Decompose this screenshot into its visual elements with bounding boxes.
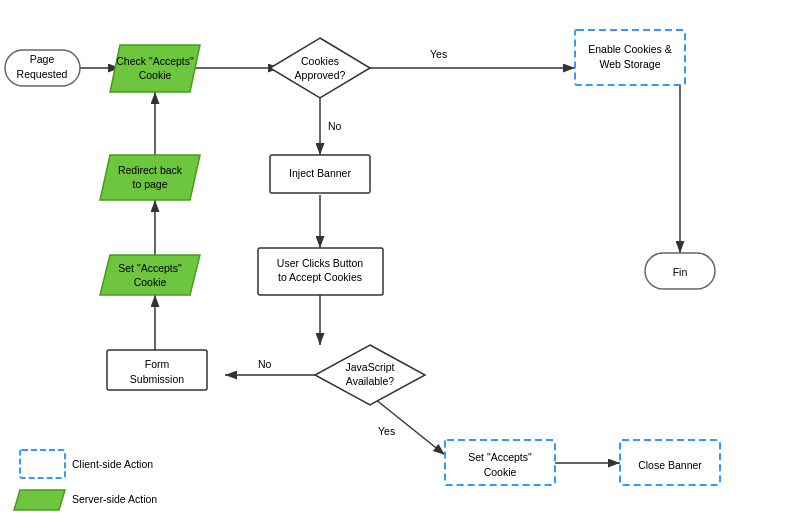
svg-text:Set "Accepts": Set "Accepts" — [468, 451, 532, 463]
svg-text:Requested: Requested — [17, 68, 68, 80]
svg-text:No: No — [328, 120, 342, 132]
svg-text:Available?: Available? — [346, 375, 394, 387]
legend: Client-side Action Server-side Action — [14, 450, 157, 510]
svg-text:Check "Accepts": Check "Accepts" — [116, 55, 194, 67]
legend-client-label: Client-side Action — [72, 458, 153, 470]
svg-text:Cookie: Cookie — [484, 466, 517, 478]
node-fin: Fin — [645, 253, 715, 289]
svg-text:JavaScript: JavaScript — [345, 361, 394, 373]
node-page-requested: Page Requested — [5, 50, 80, 86]
svg-text:Cookies: Cookies — [301, 55, 339, 67]
svg-marker-56 — [14, 490, 65, 510]
svg-text:User Clicks Button: User Clicks Button — [277, 257, 364, 269]
svg-text:Web Storage: Web Storage — [599, 58, 660, 70]
svg-text:Redirect back: Redirect back — [118, 164, 183, 176]
svg-text:Yes: Yes — [430, 48, 447, 60]
node-enable-cookies: Enable Cookies & Web Storage — [575, 30, 685, 85]
node-close-banner: Close Banner — [620, 440, 720, 485]
legend-server-label: Server-side Action — [72, 493, 157, 505]
node-check-accepts: Check "Accepts" Cookie — [110, 45, 200, 92]
svg-text:Inject Banner: Inject Banner — [289, 167, 351, 179]
svg-text:Approved?: Approved? — [295, 69, 346, 81]
svg-text:Enable Cookies &: Enable Cookies & — [588, 43, 671, 55]
svg-rect-55 — [20, 450, 65, 478]
svg-text:Set "Accepts": Set "Accepts" — [118, 262, 182, 274]
node-redirect-back: Redirect back to page — [100, 155, 200, 200]
svg-text:Fin: Fin — [673, 266, 688, 278]
svg-text:Form: Form — [145, 358, 170, 370]
svg-text:Cookie: Cookie — [134, 276, 167, 288]
svg-text:No: No — [258, 358, 272, 370]
node-cookies-approved: Cookies Approved? — [270, 38, 370, 98]
flowchart-diagram: Yes No No Yes Page Requested — [0, 0, 800, 530]
svg-text:Cookie: Cookie — [139, 69, 172, 81]
node-set-accepts-2: Set "Accepts" Cookie — [445, 440, 555, 485]
svg-text:Submission: Submission — [130, 373, 184, 385]
node-user-clicks: User Clicks Button to Accept Cookies — [258, 248, 383, 295]
svg-text:to Accept Cookies: to Accept Cookies — [278, 271, 362, 283]
node-set-accepts-1: Set "Accepts" Cookie — [100, 255, 200, 295]
node-inject-banner: Inject Banner — [270, 155, 370, 193]
svg-text:Page: Page — [30, 53, 55, 65]
node-form-submission: Form Submission — [107, 350, 207, 390]
svg-text:to page: to page — [132, 178, 167, 190]
node-js-available: JavaScript Available? — [315, 345, 425, 405]
svg-text:Close Banner: Close Banner — [638, 459, 702, 471]
svg-text:Yes: Yes — [378, 425, 395, 437]
